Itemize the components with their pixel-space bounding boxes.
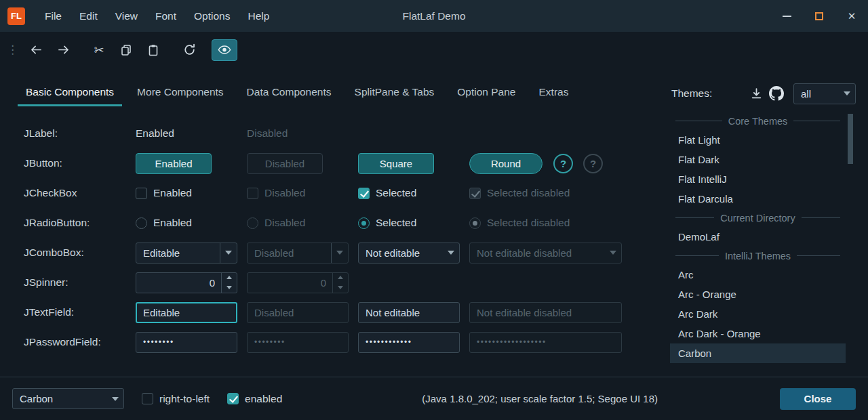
jbutton-round-button[interactable]: Round — [469, 153, 542, 174]
menu-view[interactable]: View — [106, 0, 146, 32]
tab-data-components[interactable]: Data Components — [235, 77, 343, 108]
help-button-disabled: ? — [583, 154, 603, 173]
theme-filter-combobox[interactable]: all — [793, 83, 856, 104]
chevron-down-icon — [336, 251, 343, 255]
cut-button[interactable]: ✂ — [85, 38, 113, 62]
menu-options[interactable]: Options — [185, 0, 239, 32]
menu-font[interactable]: Font — [146, 0, 185, 32]
menubar: File Edit View Font Options Help — [36, 0, 278, 32]
theme-item-flat-intellij[interactable]: Flat IntelliJ — [670, 169, 846, 189]
window-title: FlatLaf Demo — [402, 10, 465, 22]
jlabel-row-label: JLabel: — [24, 127, 136, 140]
themes-label: Themes: — [671, 87, 712, 100]
statusbar-theme-combobox[interactable]: Carbon — [12, 388, 124, 409]
theme-item-arc-dark-orange[interactable]: Arc Dark - Orange — [670, 324, 846, 343]
theme-item-flat-dark[interactable]: Flat Dark — [670, 150, 846, 169]
menu-edit[interactable]: Edit — [71, 0, 106, 32]
theme-item-flat-light[interactable]: Flat Light — [670, 130, 846, 150]
passwordfield-disabled: •••••••• — [247, 332, 349, 353]
copy-button[interactable] — [113, 38, 140, 62]
passwordfield-not-editable-disabled: •••••••••••••••••• — [469, 332, 622, 353]
chevron-down-icon — [448, 251, 454, 255]
checkbox-enabled[interactable]: Enabled — [136, 187, 192, 199]
passwordfield-not-editable[interactable]: •••••••••••• — [358, 332, 460, 353]
textfield-not-editable-disabled: Not editable disabled — [469, 302, 622, 323]
radio-enabled[interactable]: Enabled — [136, 217, 192, 229]
themes-list: Core Themes Flat Light Flat Dark Flat In… — [670, 112, 846, 363]
maximize-icon — [815, 12, 823, 20]
spinner-up-button — [333, 273, 348, 283]
form-row-jspinner: JSpinner: 0 0 — [24, 268, 622, 297]
help-button[interactable]: ? — [553, 154, 573, 173]
theme-section-core: Core Themes — [670, 112, 846, 130]
checkbox-icon — [247, 188, 258, 199]
jbutton-square-button[interactable]: Square — [358, 153, 434, 174]
chevron-up-icon — [338, 276, 343, 279]
chevron-down-icon — [225, 251, 232, 255]
menu-help[interactable]: Help — [239, 0, 278, 32]
radio-icon — [136, 217, 147, 229]
menu-file[interactable]: File — [36, 0, 71, 32]
form-row-jpasswordfield: JPasswordField: •••••••• •••••••• ••••••… — [24, 327, 622, 357]
theme-item-carbon[interactable]: Carbon — [670, 343, 846, 363]
enabled-checkbox[interactable]: enabled — [227, 393, 282, 405]
download-button[interactable] — [746, 83, 766, 104]
jradiobutton-row-label: JRadioButton: — [24, 217, 136, 229]
chevron-down-icon — [226, 286, 232, 289]
spinner-value[interactable]: 0 — [136, 273, 221, 293]
tab-extras[interactable]: Extras — [528, 77, 580, 108]
combobox-not-editable[interactable]: Not editable — [358, 243, 460, 264]
github-icon — [769, 86, 784, 101]
spinner-value: 0 — [248, 273, 332, 293]
close-window-button[interactable]: ✕ — [835, 0, 868, 32]
jcheckbox-row-label: JCheckBox — [24, 187, 136, 199]
checkbox-selected[interactable]: Selected — [358, 187, 416, 199]
passwordfield-editable[interactable]: •••••••• — [136, 332, 237, 353]
minimize-button[interactable] — [770, 0, 803, 32]
combobox-disabled: Disabled — [247, 243, 349, 264]
back-button[interactable] — [22, 38, 50, 62]
maximize-button[interactable] — [803, 0, 835, 32]
scrollbar-thumb[interactable] — [848, 114, 853, 164]
refresh-button[interactable] — [176, 38, 203, 62]
combobox-editable[interactable]: Editable — [136, 243, 237, 264]
tab-more-components[interactable]: More Components — [125, 77, 235, 108]
jbutton-disabled-button: Disabled — [247, 153, 323, 174]
chevron-down-icon — [112, 397, 119, 401]
paste-button[interactable] — [140, 38, 167, 62]
spinner-enabled[interactable]: 0 — [136, 272, 237, 293]
theme-filter-value: all — [801, 88, 811, 100]
checkbox-checked-icon — [469, 188, 481, 199]
toolbar-grip-handle[interactable]: ⋮ — [7, 43, 18, 57]
tab-splitpane-tabs[interactable]: SplitPane & Tabs — [343, 77, 446, 108]
download-icon — [750, 87, 763, 100]
theme-item-arc-dark[interactable]: Arc Dark — [670, 304, 846, 324]
show-toggle-button[interactable] — [212, 39, 237, 61]
paste-icon — [147, 44, 159, 56]
spinner-down-button[interactable] — [222, 282, 237, 293]
radio-icon — [247, 217, 258, 229]
jpasswordfield-row-label: JPasswordField: — [24, 336, 136, 348]
rtl-checkbox-label: right-to-left — [159, 393, 210, 405]
textfield-not-editable[interactable]: Not editable — [358, 302, 460, 323]
theme-item-arc-orange[interactable]: Arc - Orange — [670, 285, 846, 304]
forward-button[interactable] — [50, 38, 77, 62]
scissors-icon: ✂ — [94, 43, 104, 58]
tab-option-pane[interactable]: Option Pane — [446, 77, 527, 108]
tab-basic-components[interactable]: Basic Components — [14, 77, 125, 108]
theme-item-flat-darcula[interactable]: Flat Darcula — [670, 189, 846, 209]
jspinner-row-label: JSpinner: — [24, 276, 136, 289]
close-button[interactable]: Close — [780, 388, 856, 410]
textfield-editable[interactable]: Editable — [136, 302, 237, 323]
spinner-up-button[interactable] — [222, 273, 237, 283]
theme-item-demolaf[interactable]: DemoLaf — [670, 227, 846, 247]
window-controls: ✕ — [770, 0, 868, 32]
theme-item-arc[interactable]: Arc — [670, 265, 846, 285]
radio-selected-disabled: Selected disabled — [469, 217, 570, 229]
app-logo: FL — [7, 7, 25, 25]
github-button[interactable] — [766, 83, 787, 104]
radio-selected[interactable]: Selected — [358, 217, 416, 229]
refresh-icon — [183, 43, 196, 56]
jbutton-enabled-button[interactable]: Enabled — [136, 153, 212, 174]
rtl-checkbox[interactable]: right-to-left — [142, 393, 210, 405]
